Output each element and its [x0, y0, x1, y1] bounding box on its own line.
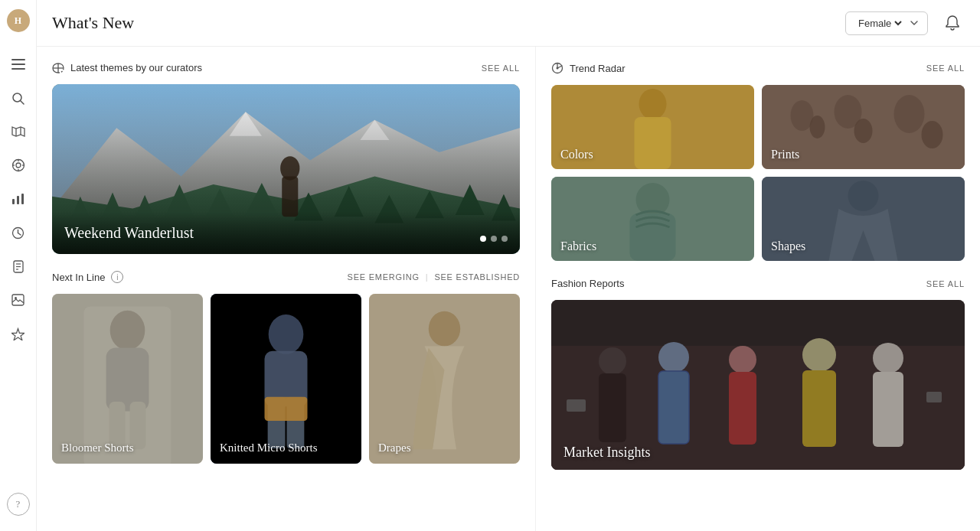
- menu-icon[interactable]: [5, 50, 32, 78]
- next-in-line-section: Next In Line i SEE EMERGING | SEE ESTABL…: [52, 271, 520, 464]
- radar-icon: [551, 62, 564, 74]
- help-icon[interactable]: ?: [7, 493, 30, 516]
- nil-actions: SEE EMERGING | SEE ESTABLISHED: [348, 272, 520, 282]
- dot-2[interactable]: [491, 236, 497, 242]
- notifications-icon[interactable]: [940, 11, 965, 35]
- svg-rect-49: [211, 294, 361, 464]
- svg-point-8: [16, 163, 21, 168]
- curators-section-header: Latest themes by our curators SEE ALL: [52, 62, 520, 73]
- compass-icon: [52, 63, 64, 73]
- trend-item-knitted[interactable]: Knitted Micro Shorts: [211, 294, 361, 464]
- featured-card-title: Weekend Wanderlust: [64, 224, 194, 241]
- chevron-down-icon: [910, 21, 918, 25]
- chart-icon[interactable]: [5, 185, 32, 213]
- gender-selector[interactable]: Female Male: [845, 11, 928, 35]
- svg-rect-13: [12, 199, 15, 204]
- avatar[interactable]: H: [7, 9, 30, 32]
- divider: |: [426, 272, 429, 282]
- curators-title: Latest themes by our curators: [52, 62, 202, 73]
- trend-card-prints[interactable]: Prints: [762, 85, 965, 169]
- trend-radar-header: Trend Radar SEE ALL: [551, 62, 965, 74]
- fashion-reports-header: Fashion Reports SEE ALL: [551, 278, 965, 289]
- trend-radar-see-all[interactable]: SEE ALL: [926, 64, 965, 73]
- dot-1[interactable]: [480, 236, 486, 242]
- see-established-link[interactable]: SEE ESTABLISHED: [434, 272, 520, 282]
- trending-icon[interactable]: [5, 151, 32, 179]
- gender-select-input[interactable]: Female Male: [855, 17, 904, 30]
- fashion-reports-card[interactable]: Market Insights: [551, 300, 965, 470]
- trend-card-colors[interactable]: Colors: [551, 85, 754, 169]
- svg-rect-2: [11, 68, 25, 70]
- next-in-line-header: Next In Line i SEE EMERGING | SEE ESTABL…: [52, 271, 520, 283]
- trend-radar-title: Trend Radar: [551, 62, 626, 74]
- curators-see-all[interactable]: SEE ALL: [482, 64, 520, 73]
- trend-card-prints-label: Prints: [771, 148, 799, 161]
- svg-rect-23: [12, 295, 24, 305]
- featured-card[interactable]: Weekend Wanderlust: [52, 84, 520, 254]
- document-icon[interactable]: [5, 252, 32, 280]
- dot-3[interactable]: [501, 236, 508, 242]
- trend-card-shapes[interactable]: Shapes: [762, 177, 965, 261]
- page-title: What's New: [52, 13, 833, 33]
- drapes-image: [369, 294, 520, 464]
- svg-rect-14: [17, 196, 19, 204]
- see-emerging-link[interactable]: SEE EMERGING: [348, 272, 420, 282]
- fashion-reports-card-label: Market Insights: [564, 445, 650, 461]
- trend-card-fabrics[interactable]: Fabrics: [551, 177, 754, 261]
- trend-item-label: Bloomer Shorts: [61, 441, 134, 454]
- info-icon[interactable]: i: [111, 271, 123, 283]
- svg-rect-0: [11, 59, 25, 60]
- fashion-reports-see-all[interactable]: SEE ALL: [926, 279, 965, 288]
- trend-item-label: Drapes: [378, 441, 410, 454]
- next-in-line-grid: Bloomer Shorts: [52, 294, 520, 464]
- featured-card-overlay: Weekend Wanderlust: [52, 212, 520, 254]
- header: What's New Female Male: [37, 0, 980, 47]
- search-icon[interactable]: [5, 84, 32, 112]
- left-panel: Latest themes by our curators SEE ALL: [37, 47, 536, 531]
- svg-rect-41: [52, 294, 203, 464]
- fashion-reports-section: Fashion Reports SEE ALL: [551, 278, 965, 470]
- svg-rect-15: [21, 194, 24, 204]
- svg-line-18: [18, 233, 21, 235]
- svg-point-24: [15, 297, 17, 299]
- trend-card-shapes-label: Shapes: [771, 239, 805, 253]
- trend-item-drapes[interactable]: Drapes: [369, 294, 520, 464]
- bloomer-image: [52, 294, 203, 464]
- svg-point-54: [557, 67, 559, 70]
- trend-radar-grid: Colors Prints: [551, 85, 965, 261]
- star-icon[interactable]: [5, 320, 32, 347]
- nil-title-group: Next In Line i: [52, 271, 123, 283]
- sidebar: H: [0, 0, 37, 531]
- main-content: What's New Female Male: [37, 0, 980, 531]
- trend-card-colors-label: Colors: [560, 148, 593, 161]
- nil-title: Next In Line: [52, 272, 105, 283]
- svg-point-3: [13, 93, 21, 102]
- svg-rect-1: [11, 64, 25, 65]
- image-icon[interactable]: [5, 286, 32, 314]
- fashion-reports-title: Fashion Reports: [551, 278, 624, 289]
- knitted-image: [211, 294, 361, 464]
- svg-rect-52: [369, 294, 520, 464]
- trend-item-label: Knitted Micro Shorts: [220, 441, 318, 454]
- carousel-dots: [480, 236, 508, 242]
- map-icon[interactable]: [5, 118, 32, 145]
- right-panel: Trend Radar SEE ALL Colors: [536, 47, 980, 531]
- svg-line-4: [21, 101, 24, 104]
- trend-card-fabrics-label: Fabrics: [560, 239, 596, 253]
- trend-item-bloomer[interactable]: Bloomer Shorts: [52, 294, 203, 464]
- history-icon[interactable]: [5, 219, 32, 246]
